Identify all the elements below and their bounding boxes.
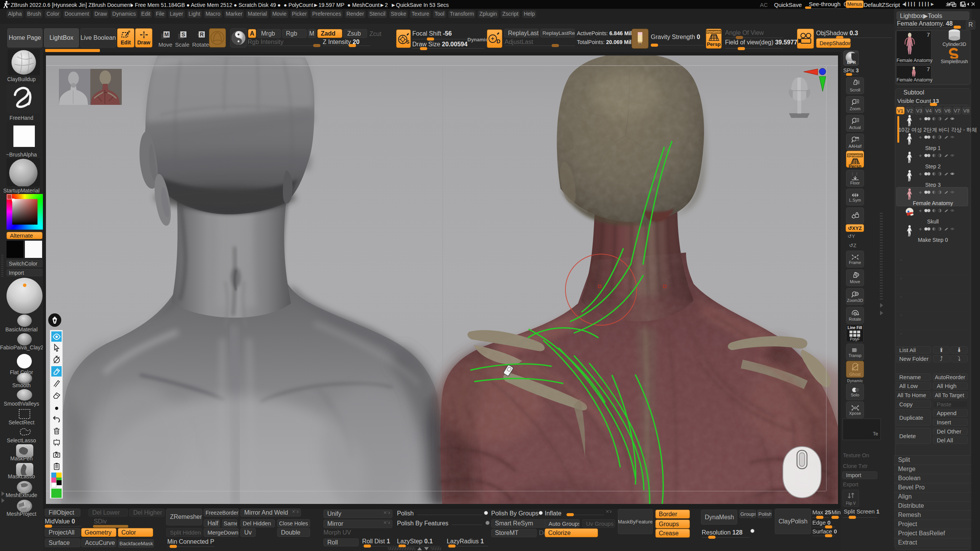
svg-text:x1: x1 xyxy=(856,119,858,121)
svg-text:R: R xyxy=(200,31,204,37)
svg-text:S: S xyxy=(181,31,185,37)
svg-text:M: M xyxy=(164,31,169,37)
svg-text:D: D xyxy=(497,38,500,44)
svg-text:S: S xyxy=(406,39,410,45)
